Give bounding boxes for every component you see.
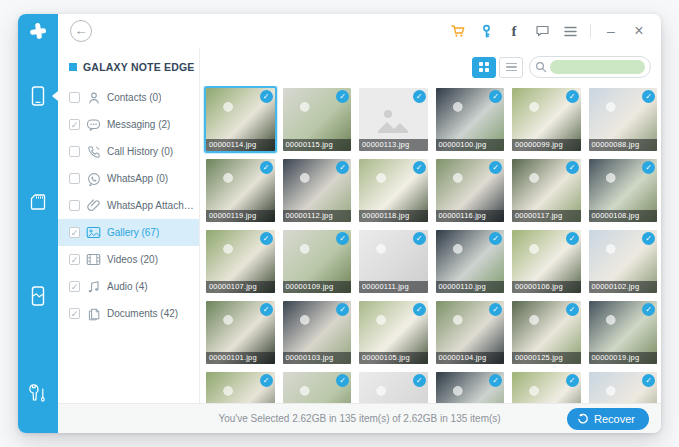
rail-item-sd-card[interactable]: [18, 180, 58, 224]
photo-thumb[interactable]: ✓00000103.jpg: [283, 301, 352, 364]
rail-item-broken-device[interactable]: [18, 274, 58, 318]
attachment-icon: [86, 198, 101, 213]
rail-item-device-manager[interactable]: [18, 74, 58, 118]
photo-thumb[interactable]: ✓00000113.jpg: [359, 88, 428, 151]
selected-check-badge[interactable]: ✓: [336, 232, 349, 245]
photo-thumb[interactable]: ✓00000118.jpg: [359, 159, 428, 222]
photo-filename: 00000107.jpg: [206, 281, 275, 293]
photo-thumb[interactable]: ✓: [206, 372, 275, 403]
photo-thumb[interactable]: ✓00000109.jpg: [283, 230, 352, 293]
checkbox-gallery[interactable]: ✓: [69, 227, 80, 238]
recover-button[interactable]: Recover: [567, 408, 649, 430]
photo-thumb[interactable]: ✓00000115.jpg: [283, 88, 352, 151]
photo-thumb[interactable]: ✓: [359, 372, 428, 403]
photo-thumb[interactable]: ✓00000101.jpg: [206, 301, 275, 364]
checkbox-audio[interactable]: ✓: [69, 281, 80, 292]
grid-view-button[interactable]: [472, 57, 496, 78]
sidebar-item-contacts[interactable]: Contacts (0): [58, 84, 199, 111]
menu-icon[interactable]: [562, 23, 578, 39]
sidebar-item-whatsapp[interactable]: WhatsApp (0): [58, 165, 199, 192]
checkbox-documents[interactable]: ✓: [69, 308, 80, 319]
checkbox-whatsapp[interactable]: [69, 173, 80, 184]
photo-thumb[interactable]: ✓00000108.jpg: [589, 159, 658, 222]
sidebar-item-whatsapp-attachments[interactable]: WhatsApp Attachments (0): [58, 192, 199, 219]
photo-thumb[interactable]: ✓00000117.jpg: [512, 159, 581, 222]
key-icon[interactable]: [478, 23, 494, 39]
selected-check-badge[interactable]: ✓: [260, 90, 273, 103]
selected-check-badge[interactable]: ✓: [642, 232, 655, 245]
sidebar-item-videos[interactable]: ✓Videos (20): [58, 246, 199, 273]
rail-item-toolkit[interactable]: [18, 370, 58, 414]
photo-thumb[interactable]: ✓00000088.jpg: [589, 88, 658, 151]
checkbox-messaging[interactable]: ✓: [69, 119, 80, 130]
selected-check-badge[interactable]: ✓: [566, 374, 579, 387]
selected-check-badge[interactable]: ✓: [489, 374, 502, 387]
photo-thumb[interactable]: ✓00000111.jpg: [359, 230, 428, 293]
photo-thumb[interactable]: ✓00000019.jpg: [589, 301, 658, 364]
audio-icon: [86, 279, 101, 294]
photo-thumb[interactable]: ✓00000107.jpg: [206, 230, 275, 293]
search-input[interactable]: [529, 56, 651, 78]
selected-check-badge[interactable]: ✓: [566, 161, 579, 174]
selected-check-badge[interactable]: ✓: [260, 303, 273, 316]
selected-check-badge[interactable]: ✓: [489, 232, 502, 245]
photo-thumb[interactable]: ✓00000110.jpg: [436, 230, 505, 293]
selected-check-badge[interactable]: ✓: [336, 303, 349, 316]
selected-check-badge[interactable]: ✓: [413, 161, 426, 174]
photo-thumb[interactable]: ✓00000112.jpg: [283, 159, 352, 222]
back-button[interactable]: ←: [70, 20, 92, 42]
selected-check-badge[interactable]: ✓: [566, 232, 579, 245]
selected-check-badge[interactable]: ✓: [642, 161, 655, 174]
selected-check-badge[interactable]: ✓: [413, 90, 426, 103]
selected-check-badge[interactable]: ✓: [642, 374, 655, 387]
sidebar-item-call-history[interactable]: Call History (0): [58, 138, 199, 165]
photo-thumb[interactable]: ✓00000105.jpg: [359, 301, 428, 364]
selected-check-badge[interactable]: ✓: [336, 161, 349, 174]
selected-check-badge[interactable]: ✓: [642, 303, 655, 316]
photo-thumb[interactable]: ✓: [589, 372, 658, 403]
selected-check-badge[interactable]: ✓: [260, 161, 273, 174]
selected-check-badge[interactable]: ✓: [413, 232, 426, 245]
photo-thumb[interactable]: ✓: [283, 372, 352, 403]
photo-thumb[interactable]: ✓00000102.jpg: [589, 230, 658, 293]
selected-check-badge[interactable]: ✓: [413, 303, 426, 316]
checkbox-call-history[interactable]: [69, 146, 80, 157]
photo-thumb[interactable]: ✓00000104.jpg: [436, 301, 505, 364]
photo-filename: 00000100.jpg: [436, 139, 505, 151]
sd-card-icon: [28, 192, 48, 212]
selected-check-badge[interactable]: ✓: [566, 90, 579, 103]
selected-check-badge[interactable]: ✓: [566, 303, 579, 316]
list-view-button[interactable]: [499, 57, 523, 78]
facebook-icon[interactable]: f: [506, 23, 522, 39]
sidebar-item-audio[interactable]: ✓Audio (4): [58, 273, 199, 300]
photo-thumb[interactable]: ✓00000119.jpg: [206, 159, 275, 222]
photo-thumb[interactable]: ✓00000116.jpg: [436, 159, 505, 222]
photo-filename: 00000105.jpg: [359, 352, 428, 364]
selected-check-badge[interactable]: ✓: [336, 374, 349, 387]
selected-check-badge[interactable]: ✓: [489, 161, 502, 174]
photo-thumb[interactable]: ✓00000125.jpg: [512, 301, 581, 364]
checkbox-whatsapp-attachments[interactable]: [69, 200, 80, 211]
minimize-icon[interactable]: –: [603, 23, 619, 39]
selected-check-badge[interactable]: ✓: [489, 90, 502, 103]
selected-check-badge[interactable]: ✓: [336, 90, 349, 103]
sidebar-item-gallery[interactable]: ✓Gallery (67): [58, 219, 199, 246]
close-icon[interactable]: ×: [631, 23, 647, 39]
cart-icon[interactable]: [450, 23, 466, 39]
photo-thumb[interactable]: ✓00000099.jpg: [512, 88, 581, 151]
selected-check-badge[interactable]: ✓: [413, 374, 426, 387]
photo-thumb[interactable]: ✓00000100.jpg: [436, 88, 505, 151]
sidebar-item-messaging[interactable]: ✓Messaging (2): [58, 111, 199, 138]
photo-thumb[interactable]: ✓00000114.jpg: [206, 88, 275, 151]
checkbox-contacts[interactable]: [69, 92, 80, 103]
selected-check-badge[interactable]: ✓: [489, 303, 502, 316]
selected-check-badge[interactable]: ✓: [642, 90, 655, 103]
photo-thumb[interactable]: ✓00000106.jpg: [512, 230, 581, 293]
selected-check-badge[interactable]: ✓: [260, 374, 273, 387]
sidebar-item-documents[interactable]: ✓Documents (42): [58, 300, 199, 327]
selected-check-badge[interactable]: ✓: [260, 232, 273, 245]
checkbox-videos[interactable]: ✓: [69, 254, 80, 265]
photo-thumb[interactable]: ✓: [512, 372, 581, 403]
feedback-icon[interactable]: [534, 23, 550, 39]
photo-thumb[interactable]: ✓: [436, 372, 505, 403]
